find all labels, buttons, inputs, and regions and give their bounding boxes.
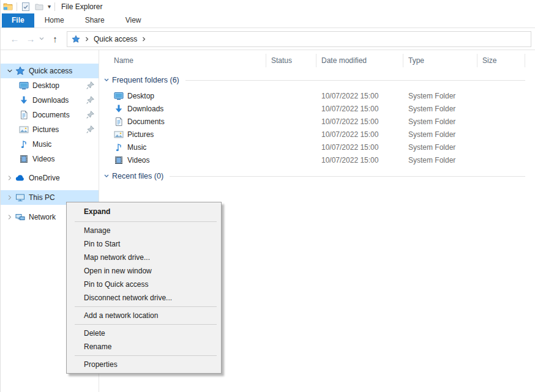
type-cell: System Folder	[403, 117, 477, 126]
tab-file[interactable]: File	[2, 13, 34, 28]
chevron-right-icon[interactable]	[4, 213, 15, 221]
date-modified-cell: 10/07/2022 15:00	[316, 117, 403, 126]
downloads-icon	[19, 95, 32, 105]
type-cell: System Folder	[403, 130, 477, 139]
file-name: Desktop	[127, 92, 154, 100]
context-menu-item[interactable]: Map network drive...	[67, 251, 221, 264]
music-icon	[114, 142, 124, 152]
context-menu-item[interactable]: Pin to Start	[67, 237, 221, 251]
sidebar-item-label: Music	[32, 140, 51, 149]
file-name: Downloads	[127, 105, 163, 113]
titlebar: ▾ File Explorer	[1, 0, 535, 13]
menu-separator	[75, 324, 217, 325]
type-cell: System Folder	[403, 92, 477, 100]
ribbon-tabs: File Home Share View	[1, 13, 535, 28]
forward-icon[interactable]: →	[23, 34, 39, 44]
sidebar-item-music[interactable]: Music	[1, 137, 99, 152]
tab-home[interactable]: Home	[34, 13, 75, 28]
context-menu-item[interactable]: Pin to Quick access	[67, 278, 221, 291]
file-name: Pictures	[127, 130, 154, 139]
file-row-documents[interactable]: Documents 10/07/2022 15:00 System Folder	[99, 115, 535, 128]
up-icon[interactable]: ↑	[47, 34, 63, 44]
file-explorer-window: ▾ File Explorer File Home Share View ← →…	[0, 0, 535, 392]
file-name: Videos	[127, 156, 149, 165]
pictures-icon	[114, 130, 124, 139]
sidebar-item-label: Downloads	[32, 96, 69, 105]
sidebar-item-quick-access[interactable]: Quick access	[1, 64, 99, 78]
pin-icon	[86, 110, 95, 119]
context-menu-item[interactable]: Rename	[67, 340, 221, 353]
group-label: Frequent folders (6)	[112, 76, 179, 84]
navigation-bar: ← → ↑ Quick access	[1, 28, 535, 50]
pictures-icon	[19, 125, 32, 135]
sidebar-item-documents[interactable]: Documents	[1, 108, 99, 122]
column-header-status[interactable]: Status	[266, 54, 316, 67]
pin-icon	[86, 95, 95, 105]
type-cell: System Folder	[403, 156, 477, 165]
type-cell: System Folder	[403, 105, 477, 113]
sidebar-item-onedrive[interactable]: OneDrive	[1, 171, 99, 185]
sidebar-item-desktop[interactable]: Desktop	[1, 78, 99, 93]
music-icon	[19, 139, 32, 149]
context-menu-item[interactable]: Expand	[67, 204, 221, 220]
column-header-date-modified[interactable]: Date modified	[316, 54, 403, 67]
file-name: Music	[127, 143, 146, 152]
date-modified-cell: 10/07/2022 15:00	[316, 156, 403, 165]
date-modified-cell: 10/07/2022 15:00	[316, 105, 403, 113]
column-header-type[interactable]: Type	[403, 54, 477, 67]
frequent-folders-rows: Desktop 10/07/2022 15:00 System Folder D…	[99, 89, 535, 166]
context-menu-item[interactable]: Disconnect network drive...	[67, 291, 221, 305]
properties-icon[interactable]	[21, 2, 31, 12]
qat-dropdown-icon[interactable]: ▾	[48, 2, 51, 12]
file-row-pictures[interactable]: Pictures 10/07/2022 15:00 System Folder	[99, 128, 535, 141]
file-row-videos[interactable]: Videos 10/07/2022 15:00 System Folder	[99, 153, 535, 166]
breadcrumb-chevron-icon[interactable]	[141, 36, 147, 42]
titlebar-separator	[54, 2, 55, 11]
file-row-desktop[interactable]: Desktop 10/07/2022 15:00 System Folder	[99, 89, 535, 102]
context-menu-item[interactable]: Open in new window	[67, 264, 221, 278]
group-header-recent-files[interactable]: Recent files (0)	[99, 170, 535, 182]
recent-locations-chevron-icon[interactable]	[39, 35, 47, 43]
sidebar-item-label: Pictures	[32, 125, 59, 134]
sidebar-item-label: OneDrive	[29, 174, 60, 182]
sidebar-item-videos[interactable]: Videos	[1, 152, 99, 166]
sidebar-item-pictures[interactable]: Pictures	[1, 122, 99, 137]
desktop-icon	[114, 91, 124, 101]
context-menu-item[interactable]: Manage	[67, 224, 221, 237]
type-cell: System Folder	[403, 143, 477, 152]
breadcrumb-chevron-icon[interactable]	[84, 36, 90, 42]
breadcrumb-quick-access[interactable]: Quick access	[94, 35, 137, 43]
chevron-right-icon[interactable]	[4, 194, 15, 201]
titlebar-separator	[17, 2, 17, 11]
chevron-right-icon[interactable]	[4, 174, 15, 182]
this-pc-icon	[15, 193, 29, 202]
group-rule	[185, 80, 525, 81]
sidebar-item-label: Documents	[32, 111, 70, 119]
menu-separator	[75, 221, 217, 222]
new-folder-icon[interactable]	[34, 2, 44, 12]
sidebar-item-label: Videos	[32, 155, 54, 163]
context-menu-item[interactable]: Delete	[67, 327, 221, 340]
file-name: Documents	[127, 117, 165, 126]
sidebar-item-downloads[interactable]: Downloads	[1, 93, 99, 108]
downloads-icon	[114, 104, 124, 114]
back-icon[interactable]: ←	[7, 34, 23, 44]
column-header-size[interactable]: Size	[477, 54, 525, 67]
chevron-down-icon[interactable]	[4, 67, 15, 75]
group-header-frequent-folders[interactable]: Frequent folders (6)	[99, 74, 535, 86]
context-menu-item[interactable]: Add a network location	[67, 309, 221, 322]
context-menu-item[interactable]: Properties	[67, 358, 221, 371]
column-header-name[interactable]: Name	[99, 54, 266, 67]
videos-icon	[19, 154, 32, 164]
chevron-down-icon[interactable]	[103, 77, 110, 83]
file-row-downloads[interactable]: Downloads 10/07/2022 15:00 System Folder	[99, 102, 535, 115]
group-rule	[170, 176, 525, 177]
tab-view[interactable]: View	[115, 13, 152, 28]
tab-share[interactable]: Share	[75, 13, 115, 28]
date-modified-cell: 10/07/2022 15:00	[316, 130, 403, 139]
file-row-music[interactable]: Music 10/07/2022 15:00 System Folder	[99, 141, 535, 153]
address-bar[interactable]: Quick access	[67, 31, 531, 47]
onedrive-cloud-icon	[15, 173, 29, 183]
chevron-down-icon[interactable]	[103, 173, 110, 179]
date-modified-cell: 10/07/2022 15:00	[316, 92, 403, 100]
